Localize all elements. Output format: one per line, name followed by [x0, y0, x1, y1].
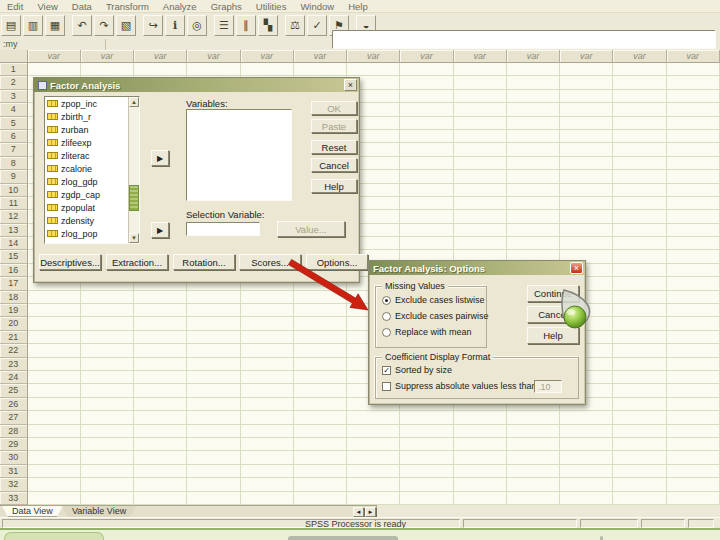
grid-cell[interactable] [667, 317, 720, 330]
list-item-zlifeexp[interactable]: zlifeexp [45, 136, 139, 149]
grid-cell[interactable] [187, 384, 240, 397]
grid-cell[interactable] [667, 224, 720, 237]
insert-cases-button[interactable]: ☰ [214, 15, 234, 36]
grid-cell[interactable] [81, 331, 134, 344]
grid-cell[interactable] [28, 358, 81, 371]
grid-cell[interactable] [241, 438, 294, 451]
grid-cell[interactable] [400, 170, 453, 183]
move-to-selection-button[interactable]: ▶ [151, 222, 169, 238]
grid-cell[interactable] [28, 398, 81, 411]
grid-cell[interactable] [507, 478, 560, 491]
grid-cell[interactable] [667, 90, 720, 103]
grid-cell[interactable] [81, 478, 134, 491]
grid-cell[interactable] [241, 331, 294, 344]
scroll-thumb[interactable] [129, 185, 139, 211]
row-header[interactable]: 16 [0, 264, 28, 277]
column-header[interactable]: var [560, 50, 613, 63]
selection-variable-field[interactable] [186, 222, 260, 236]
help-button[interactable]: Help [311, 179, 357, 193]
close-icon[interactable]: × [570, 262, 583, 274]
grid-cell[interactable] [241, 425, 294, 438]
grid-cell[interactable] [613, 170, 666, 183]
list-item-zlog_pop[interactable]: zlog_pop [45, 227, 139, 240]
row-header[interactable]: 17 [0, 277, 28, 290]
grid-cell[interactable] [28, 411, 81, 424]
redo-button[interactable]: ↷ [94, 15, 114, 36]
paste-button[interactable]: Paste [311, 119, 357, 133]
grid-cell[interactable] [613, 184, 666, 197]
grid-cell[interactable] [347, 478, 400, 491]
grid-cell[interactable] [667, 237, 720, 250]
row-header[interactable]: 8 [0, 157, 28, 170]
grid-cell[interactable] [667, 197, 720, 210]
row-header[interactable]: 32 [0, 478, 28, 491]
grid-cell[interactable] [134, 63, 187, 76]
descriptives-button[interactable]: Descriptives... [39, 254, 101, 270]
grid-cell[interactable] [134, 411, 187, 424]
tab-data-view[interactable]: Data View [2, 506, 63, 517]
row-header[interactable]: 19 [0, 304, 28, 317]
grid-cell[interactable] [134, 358, 187, 371]
grid-cell[interactable] [667, 117, 720, 130]
column-header[interactable]: var [613, 50, 666, 63]
row-header[interactable]: 14 [0, 237, 28, 250]
grid-cell[interactable] [560, 224, 613, 237]
grid-cell[interactable] [613, 317, 666, 330]
grid-cell[interactable] [241, 478, 294, 491]
row-header[interactable]: 6 [0, 130, 28, 143]
cancel-button[interactable]: Cancel [527, 306, 579, 323]
continue-button[interactable]: Continue [527, 285, 579, 302]
grid-cell[interactable] [81, 317, 134, 330]
grid-cell[interactable] [454, 478, 507, 491]
grid-cell[interactable] [81, 63, 134, 76]
grid-cell[interactable] [560, 184, 613, 197]
grid-cell[interactable] [613, 291, 666, 304]
grid-cell[interactable] [294, 331, 347, 344]
select-cases-button[interactable]: ✓ [307, 15, 327, 36]
grid-cell[interactable] [667, 465, 720, 478]
grid-cell[interactable] [667, 210, 720, 223]
rotation-button[interactable]: Rotation... [173, 254, 235, 270]
grid-cell[interactable] [241, 63, 294, 76]
grid-cell[interactable] [347, 63, 400, 76]
grid-cell[interactable] [507, 130, 560, 143]
grid-cell[interactable] [613, 277, 666, 290]
list-item-zliterac[interactable]: zliterac [45, 149, 139, 162]
grid-cell[interactable] [667, 170, 720, 183]
grid-cell[interactable] [667, 411, 720, 424]
grid-cell[interactable] [667, 384, 720, 397]
column-header[interactable]: var [400, 50, 453, 63]
menu-item-window[interactable]: Window [293, 1, 341, 12]
grid-cell[interactable] [81, 358, 134, 371]
row-header[interactable]: 15 [0, 250, 28, 263]
row-header[interactable]: 12 [0, 210, 28, 223]
grid-cell[interactable] [294, 465, 347, 478]
grid-corner[interactable] [0, 50, 28, 63]
grid-cell[interactable] [294, 438, 347, 451]
grid-cell[interactable] [454, 438, 507, 451]
row-header[interactable]: 11 [0, 197, 28, 210]
grid-cell[interactable] [81, 411, 134, 424]
grid-cell[interactable] [81, 304, 134, 317]
grid-cell[interactable] [454, 130, 507, 143]
grid-cell[interactable] [294, 291, 347, 304]
extraction-button[interactable]: Extraction... [106, 254, 168, 270]
row-header[interactable]: 28 [0, 425, 28, 438]
row-header[interactable]: 2 [0, 76, 28, 89]
grid-cell[interactable] [187, 291, 240, 304]
grid-cell[interactable] [294, 344, 347, 357]
grid-cell[interactable] [507, 411, 560, 424]
tab-variable-view[interactable]: Variable View [62, 506, 136, 517]
row-header[interactable]: 7 [0, 143, 28, 156]
grid-cell[interactable] [560, 103, 613, 116]
grid-cell[interactable] [560, 197, 613, 210]
grid-cell[interactable] [400, 197, 453, 210]
grid-cell[interactable] [613, 224, 666, 237]
grid-cell[interactable] [294, 358, 347, 371]
grid-cell[interactable] [454, 117, 507, 130]
grid-cell[interactable] [613, 76, 666, 89]
row-header[interactable]: 24 [0, 371, 28, 384]
grid-cell[interactable] [400, 478, 453, 491]
grid-cell[interactable] [347, 411, 400, 424]
options-titlebar[interactable]: Factor Analysis: Options × [369, 261, 585, 275]
